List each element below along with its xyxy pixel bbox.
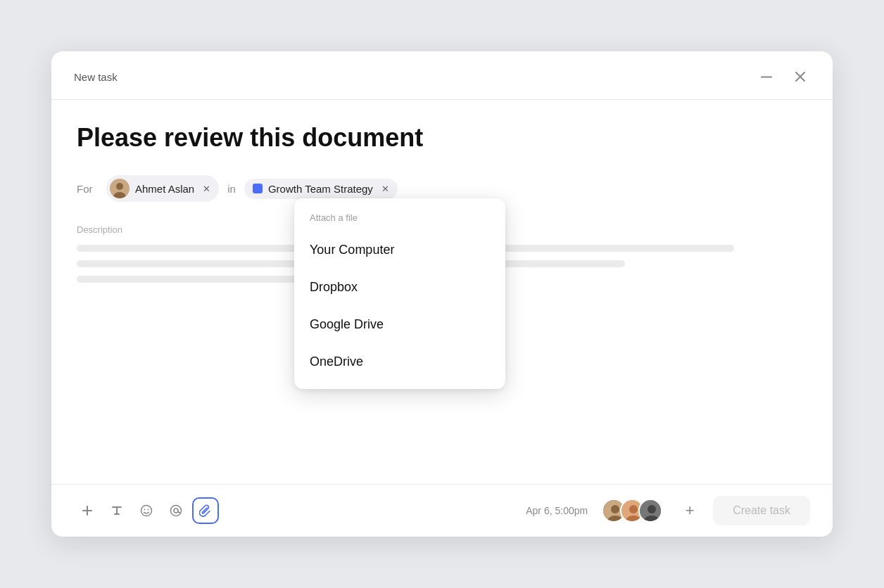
modal-body: Please review this document For Ahmet As…	[51, 100, 833, 484]
project-color-dot	[253, 184, 263, 193]
svg-rect-0	[761, 76, 772, 77]
modal-header-actions	[757, 67, 810, 87]
avatars-row	[602, 499, 662, 523]
attach-googledrive-item[interactable]: Google Drive	[294, 306, 505, 343]
attach-computer-item[interactable]: Your Computer	[294, 231, 505, 269]
toolbar-attach-button[interactable]	[192, 497, 219, 524]
minimize-button[interactable]	[757, 67, 776, 87]
remove-assignee-button[interactable]: ✕	[203, 184, 210, 193]
due-date[interactable]: Apr 6, 5:00pm	[526, 505, 588, 516]
svg-point-13	[629, 505, 638, 513]
svg-point-8	[171, 506, 182, 516]
svg-point-5	[144, 509, 146, 511]
toolbar-text-button[interactable]	[103, 497, 130, 524]
toolbar-mention-button[interactable]	[163, 497, 189, 524]
svg-point-10	[611, 505, 619, 513]
attach-file-dropdown: Attach a file Your Computer Dropbox Goog…	[294, 198, 505, 389]
close-button[interactable]	[790, 67, 810, 87]
modal-footer: Apr 6, 5:00pm	[51, 484, 833, 537]
attach-onedrive-item[interactable]: OneDrive	[294, 343, 505, 381]
add-member-button[interactable]: +	[678, 499, 702, 523]
toolbar-actions	[74, 497, 512, 524]
toolbar-emoji-button[interactable]	[133, 497, 160, 524]
modal-title: New task	[74, 71, 118, 83]
svg-point-4	[141, 506, 152, 516]
new-task-modal: New task Please review this document For	[51, 51, 833, 537]
member-avatar-3[interactable]	[638, 499, 662, 523]
assignee-chip[interactable]: Ahmet Aslan ✕	[106, 175, 219, 202]
svg-point-6	[148, 509, 149, 511]
modal-header: New task	[51, 51, 833, 100]
toolbar-plus-button[interactable]	[74, 497, 101, 524]
remove-project-button[interactable]: ✕	[381, 184, 389, 193]
project-chip[interactable]: Growth Team Strategy ✕	[244, 179, 398, 199]
assignee-name: Ahmet Aslan	[135, 183, 194, 195]
svg-point-7	[174, 509, 178, 513]
for-label: For	[77, 183, 98, 195]
attach-dropbox-item[interactable]: Dropbox	[294, 269, 505, 306]
task-title[interactable]: Please review this document	[77, 122, 807, 153]
svg-point-2	[116, 183, 123, 190]
in-label: in	[227, 183, 236, 195]
project-name: Growth Team Strategy	[268, 183, 373, 195]
assignee-avatar	[110, 179, 130, 198]
svg-point-16	[648, 505, 656, 513]
dropdown-header: Attach a file	[294, 210, 505, 231]
create-task-button[interactable]: Create task	[713, 496, 810, 525]
